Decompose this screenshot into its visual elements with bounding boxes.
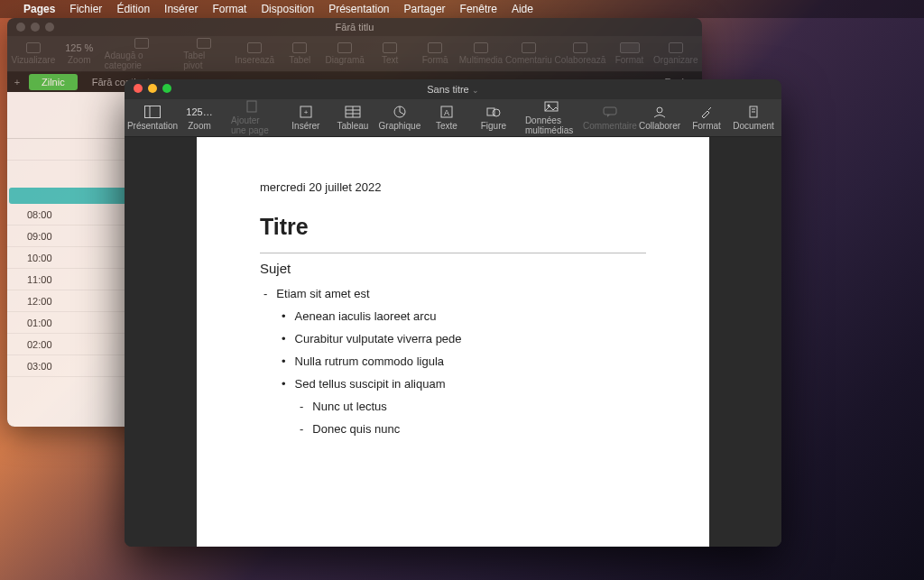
foreground-window: Sans titre⌄ Présentation 125… Zoom Ajout… [125, 79, 781, 547]
tb-format[interactable]: Format [610, 42, 650, 65]
svg-point-15 [493, 109, 500, 116]
collab-icon [573, 42, 587, 53]
document-page[interactable]: mercredi 20 juillet 2022 Titre Sujet Eti… [197, 137, 709, 547]
menu-format[interactable]: Format [212, 3, 246, 15]
organize-icon [669, 42, 683, 53]
tbf-insert[interactable]: + Insérer [283, 106, 328, 131]
text-icon [383, 42, 397, 53]
front-titlebar: Sans titre⌄ [125, 79, 781, 99]
sheet-tab-daily[interactable]: Zilnic [29, 74, 78, 90]
tb-add-category[interactable]: Adaugă o categorie [105, 38, 179, 70]
menu-help[interactable]: Aide [512, 3, 533, 15]
tb-insert[interactable]: Inserează [235, 42, 274, 65]
menu-share[interactable]: Partager [404, 3, 446, 15]
table-icon [292, 42, 307, 53]
svg-rect-0 [145, 106, 161, 117]
tb-media[interactable]: Multimedia [460, 42, 501, 65]
tb-addcat-label: Adaugă o categorie [105, 51, 179, 70]
tb-shape-label: Formă [422, 55, 448, 65]
comment-icon [602, 106, 618, 118]
tbf-zoom[interactable]: 125… Zoom [177, 106, 222, 131]
back-toolbar: Vizualizare 125 % Zoom Adaugă o categori… [7, 36, 702, 72]
comment-icon [522, 42, 536, 53]
tbf-document[interactable]: Document [731, 106, 776, 131]
tb-pivot[interactable]: Tabel pivot [183, 38, 224, 70]
tbf-format[interactable]: Format [684, 106, 729, 131]
tb-pivot-label: Tabel pivot [183, 51, 224, 70]
doc-title[interactable]: Titre [260, 214, 646, 240]
list-item[interactable]: Nunc ut lectus [260, 400, 646, 413]
doc-date[interactable]: mercredi 20 juillet 2022 [260, 180, 646, 194]
app-menu[interactable]: Pages [23, 3, 55, 15]
tb-table[interactable]: Tabel [280, 42, 319, 65]
menu-edit[interactable]: Édition [116, 3, 150, 15]
tbf-collab[interactable]: Collaborer [637, 106, 682, 131]
svg-text:A: A [444, 108, 449, 117]
svg-marker-19 [607, 115, 610, 117]
front-toolbar: Présentation 125… Zoom Ajouter une page … [125, 99, 781, 137]
tb-shape[interactable]: Formă [415, 42, 455, 65]
close-icon[interactable] [16, 23, 25, 32]
tbf-comment: Commentaire [587, 106, 633, 131]
list-item[interactable]: Donec quis nunc [260, 422, 646, 436]
minimize-icon[interactable] [148, 84, 157, 93]
document-icon [745, 106, 762, 118]
tbf-media[interactable]: Données multimédias [518, 100, 585, 135]
tb-organize-label: Organizare [653, 55, 698, 65]
front-traffic-lights [134, 84, 171, 93]
tb-organize[interactable]: Organizare [655, 42, 697, 65]
tbf-zoom-label: Zoom [188, 121, 211, 131]
tb-zoom[interactable]: 125 % Zoom [60, 42, 99, 65]
menu-window[interactable]: Fenêtre [460, 3, 497, 15]
tb-chart-label: Diagramă [326, 55, 365, 65]
category-icon [134, 38, 149, 49]
menu-arrange[interactable]: Disposition [261, 3, 314, 15]
tbf-shape[interactable]: Figure [471, 106, 516, 131]
tbf-text[interactable]: A Texte [424, 106, 469, 131]
tbf-format-label: Format [692, 121, 721, 131]
add-page-icon [244, 100, 260, 113]
tbf-chart-label: Graphique [379, 121, 421, 131]
tbf-document-label: Document [733, 121, 774, 131]
tb-insert-label: Inserează [235, 55, 274, 65]
tbf-presentation[interactable]: Présentation [130, 106, 175, 131]
zoom-window-icon[interactable] [45, 23, 54, 32]
tbf-add-page: Ajouter une page [224, 100, 280, 135]
add-sheet-button[interactable]: + [7, 72, 27, 92]
tb-collab[interactable]: Colaborează [556, 42, 604, 65]
minimize-icon[interactable] [31, 23, 40, 32]
tb-chart[interactable]: Diagramă [325, 42, 365, 65]
tbf-shape-label: Figure [481, 121, 506, 131]
tb-text-label: Text [382, 55, 398, 65]
menu-view[interactable]: Présentation [328, 3, 389, 15]
tbf-table[interactable]: Tableau [330, 106, 375, 131]
doc-subject[interactable]: Sujet [260, 261, 646, 276]
zoom-window-icon[interactable] [162, 84, 171, 93]
front-title-text: Sans titre [427, 84, 468, 95]
list-item[interactable]: Curabitur vulputate viverra pede [260, 332, 646, 345]
menu-file[interactable]: Fichier [69, 3, 102, 15]
close-icon[interactable] [134, 84, 143, 93]
document-canvas[interactable]: mercredi 20 juillet 2022 Titre Sujet Eti… [125, 137, 781, 547]
chevron-down-icon: ⌄ [472, 86, 479, 95]
list-item[interactable]: Nulla rutrum commodo ligula [260, 354, 646, 368]
list-item[interactable]: Sed tellus suscipit in aliquam [260, 377, 646, 391]
collab-icon [651, 106, 668, 118]
tb-zoom-value: 125 % [65, 42, 93, 53]
media-icon [543, 100, 559, 113]
chart-icon [337, 42, 352, 53]
list-item[interactable]: Aenean iaculis laoreet arcu [260, 309, 646, 323]
tb-comment[interactable]: Comentariu [507, 42, 551, 65]
svg-rect-18 [604, 107, 616, 115]
menu-insert[interactable]: Insérer [164, 3, 198, 15]
list-item[interactable]: Etiam sit amet est [260, 287, 646, 300]
pivot-icon [197, 38, 211, 49]
front-window-title[interactable]: Sans titre⌄ [427, 84, 478, 95]
tb-view[interactable]: Vizualizare [13, 42, 54, 65]
tbf-media-label: Données multimédias [525, 115, 578, 135]
chart-icon [392, 106, 408, 118]
sidebar-icon [26, 42, 41, 53]
tbf-chart[interactable]: Graphique [377, 106, 422, 131]
tb-text[interactable]: Text [370, 42, 410, 65]
zoom-value: 125… [191, 106, 208, 118]
